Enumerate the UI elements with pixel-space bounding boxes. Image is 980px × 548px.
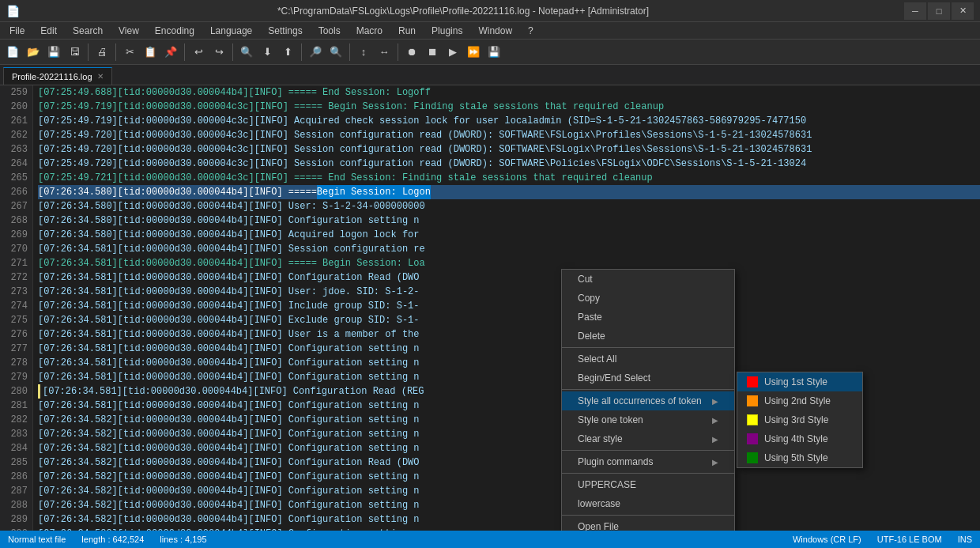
paste-button[interactable]: 📌 [161,43,180,62]
play-macro-button[interactable]: ▶ [443,43,462,62]
stop-record-button[interactable]: ⏹ [423,43,442,62]
menu-encoding[interactable]: Encoding [149,22,201,40]
toolbar-sep-1 [88,43,89,61]
style-1-dot [747,376,758,387]
code-line-266: [07:26:34.580][tid:00000d30.000044b4][IN… [38,185,980,199]
copy-button[interactable]: 📋 [141,43,160,62]
status-bar: Normal text file length : 642,524 lines … [0,531,980,548]
ctx-style-all-arrow: ▶ [712,397,718,406]
run-macro-button[interactable]: ⏩ [464,43,483,62]
tab-label: Profile-20221116.log [12,72,92,81]
redo-button[interactable]: ↪ [209,43,228,62]
code-line-276: [07:26:34.581][tid:00000d30.000044b4][IN… [38,327,980,342]
submenu-style-3[interactable]: Using 3rd Style [737,410,862,429]
ctx-style-all[interactable]: Style all occurrences of token ▶ [562,391,734,410]
zoom-out-button[interactable]: 🔍 [326,43,345,62]
menu-window[interactable]: Window [472,22,518,40]
minimize-button[interactable]: ─ [904,2,926,20]
menu-run[interactable]: Run [392,22,422,40]
ctx-plugin-commands[interactable]: Plugin commands ▶ [562,452,734,471]
toolbar-sep-5 [301,43,302,61]
menu-file[interactable]: File [3,22,31,40]
print-button[interactable]: 🖨 [92,43,111,62]
line-numbers: 2592602612622632642652662672682692702712… [0,85,33,531]
status-lines: lines : 4,195 [160,535,206,544]
submenu-style-5[interactable]: Using 5th Style [737,448,862,467]
code-line-278: [07:26:34.581][tid:00000d30.000044b4][IN… [38,356,980,370]
code-line-259: [07:25:49.688][tid:00000d30.000044b4][IN… [38,85,980,100]
code-line-271: [07:26:34.581][tid:00000d30.000044b4][IN… [38,256,980,270]
toolbar-sep-2 [115,43,116,61]
status-line-ending: Windows (CR LF) [793,535,861,544]
menu-settings[interactable]: Settings [262,22,308,40]
tab-close-icon[interactable]: ✕ [97,72,104,81]
ctx-cut[interactable]: Cut [562,270,734,289]
ctx-lowercase[interactable]: lowercase [562,494,734,513]
window-controls: ─ □ ✕ [904,2,974,20]
code-line-273: [07:26:34.581][tid:00000d30.000044b4][IN… [38,285,980,299]
record-button[interactable]: ⏺ [402,43,421,62]
undo-button[interactable]: ↩ [189,43,208,62]
menu-view[interactable]: View [112,22,145,40]
save-macro-button[interactable]: 💾 [484,43,503,62]
new-button[interactable]: 📄 [3,43,22,62]
save-button[interactable]: 💾 [44,43,63,62]
ctx-open-file[interactable]: Open File [562,517,734,531]
toolbar-sep-4 [232,43,233,61]
ctx-begin-end-select[interactable]: Begin/End Select [562,368,734,387]
ctx-copy[interactable]: Copy [562,289,734,308]
zoom-in-button[interactable]: 🔎 [306,43,325,62]
menu-plugins[interactable]: Plugins [425,22,469,40]
find-next-button[interactable]: ⬇ [258,43,277,62]
sync-scroll-h-button[interactable]: ↔ [375,43,394,62]
menu-bar: File Edit Search View Encoding Language … [0,22,980,40]
menu-help[interactable]: ? [522,22,540,40]
status-right: Windows (CR LF) UTF-16 LE BOM INS [793,535,972,544]
code-line-263: [07:25:49.720][tid:00000d30.000004c3c][I… [38,142,980,157]
status-encoding: UTF-16 LE BOM [877,535,942,544]
menu-macro[interactable]: Macro [350,22,389,40]
ctx-style-one[interactable]: Style one token ▶ [562,410,734,429]
submenu-style-1-label: Using 1st Style [764,376,827,387]
code-line-262: [07:25:49.720][tid:00000d30.000004c3c][I… [38,128,980,142]
code-line-287: [07:26:34.582][tid:00000d30.000044b4][IN… [38,484,980,498]
menu-search[interactable]: Search [66,22,109,40]
close-button[interactable]: ✕ [952,2,974,20]
save-all-button[interactable]: 🖫 [65,43,84,62]
submenu-style-4[interactable]: Using 4th Style [737,429,862,448]
ctx-select-all[interactable]: Select All [562,350,734,368]
status-file-type: Normal text file [8,535,66,544]
ctx-clear-style-arrow: ▶ [712,435,718,444]
ctx-paste[interactable]: Paste [562,308,734,327]
code-line-288: [07:26:34.582][tid:00000d30.000044b4][IN… [38,498,980,512]
submenu-style-2[interactable]: Using 2nd Style [737,391,862,410]
ctx-uppercase[interactable]: UPPERCASE [562,475,734,494]
find-button[interactable]: 🔍 [237,43,256,62]
code-line-286: [07:26:34.582][tid:00000d30.000044b4][IN… [38,470,980,484]
sync-scroll-v-button[interactable]: ↕ [354,43,373,62]
ctx-sep-5 [562,515,734,516]
submenu-style-3-label: Using 3rd Style [764,414,828,425]
open-button[interactable]: 📂 [24,43,43,62]
menu-language[interactable]: Language [204,22,258,40]
maximize-button[interactable]: □ [928,2,950,20]
style-5-dot [747,452,758,463]
ctx-clear-style[interactable]: Clear style ▶ [562,429,734,448]
context-menu: Cut Copy Paste Delete Select All Begin/E… [561,269,735,531]
find-prev-button[interactable]: ⬆ [278,43,297,62]
ctx-style-one-arrow: ▶ [712,416,718,425]
toolbar-sep-6 [349,43,350,61]
title-bar: 📄 *C:\ProgramData\FSLogix\Logs\Profile\P… [0,0,980,22]
menu-edit[interactable]: Edit [34,22,63,40]
submenu-style-1[interactable]: Using 1st Style [737,372,862,391]
code-line-264: [07:25:49.720][tid:00000d30.000004c3c][I… [38,157,980,171]
ctx-sep-1 [562,347,734,348]
code-line-261: [07:25:49.719][tid:00000d30.000004c3c][I… [38,114,980,128]
cut-button[interactable]: ✂ [120,43,139,62]
code-line-268: [07:26:34.580][tid:00000d30.000044b4][IN… [38,214,980,228]
code-line-272: [07:26:34.581][tid:00000d30.000044b4][IN… [38,270,980,285]
ctx-sep-2 [562,389,734,390]
menu-tools[interactable]: Tools [312,22,347,40]
ctx-delete[interactable]: Delete [562,327,734,346]
tab-profile-log[interactable]: Profile-20221116.log ✕ [3,67,112,85]
